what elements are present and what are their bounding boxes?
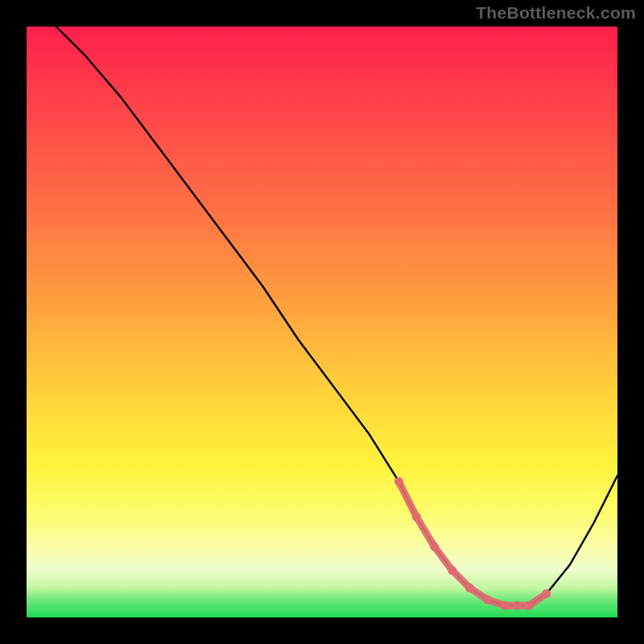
- svg-point-6: [501, 601, 510, 610]
- watermark-text: TheBottleneck.com: [476, 3, 636, 23]
- svg-point-5: [483, 596, 492, 605]
- valley-highlight: [394, 477, 551, 610]
- svg-point-8: [524, 601, 533, 610]
- plot-area: [27, 27, 617, 617]
- main-curve: [56, 27, 617, 605]
- svg-point-7: [513, 601, 522, 610]
- chart-svg: [27, 27, 617, 617]
- chart-frame: TheBottleneck.com: [0, 0, 644, 644]
- svg-point-3: [448, 566, 456, 575]
- svg-point-4: [465, 584, 474, 592]
- svg-point-1: [412, 513, 421, 522]
- svg-point-2: [430, 542, 439, 551]
- svg-point-0: [394, 477, 403, 486]
- svg-point-9: [542, 589, 551, 598]
